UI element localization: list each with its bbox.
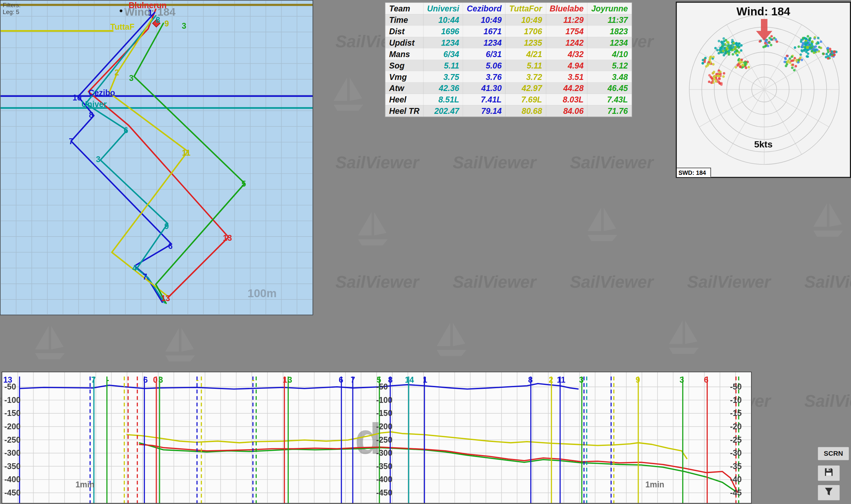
start-dot [120, 10, 122, 12]
polar-plot [677, 3, 850, 177]
event-number: 3 [288, 375, 292, 384]
boat-name-label: TuttaF [110, 22, 135, 31]
table-cell: 5.11 [423, 60, 463, 71]
table-cell: 5.06 [463, 60, 506, 71]
event-number: 3 [159, 375, 163, 384]
table-header-team: Team [385, 3, 423, 14]
table-cell: 4/32 [546, 48, 587, 60]
table-cell: 46.45 [587, 83, 632, 94]
table-cell: 3.76 [463, 71, 506, 83]
swd-readout: SWD: 184 [677, 168, 711, 177]
table-cell: 4.94 [546, 60, 587, 71]
table-cell: 5.12 [587, 60, 632, 71]
watermark-sailboat-icon [667, 319, 701, 362]
filter-button[interactable] [817, 484, 840, 501]
watermark-text: SailViewer [453, 153, 536, 173]
watermark-sailboat-icon [811, 202, 846, 245]
y-axis-label: -50 [376, 382, 388, 391]
event-number: 6 [704, 375, 708, 384]
table-row: Mans6/346/314/214/324/10 [385, 48, 632, 60]
watermark-text: SailViewer [335, 272, 419, 292]
table-cell: 1234 [423, 37, 463, 48]
table-header-joyrunne: Joyrunne [587, 3, 632, 14]
maneuver-number: 4 [132, 263, 137, 272]
maneuver-number: 3 [96, 155, 101, 164]
event-number: 7 [91, 375, 95, 384]
table-cell: 202.47 [423, 105, 463, 117]
event-number: 8 [388, 375, 392, 384]
leg-label: Leg: 5 [3, 9, 21, 16]
boat-track-bluelabe [88, 9, 228, 298]
event-number: - [106, 375, 109, 384]
save-button[interactable] [817, 465, 840, 481]
event-number: - [196, 375, 198, 384]
table-cell: 3.51 [546, 71, 587, 83]
table-cell: 42.36 [423, 83, 463, 94]
y-axis-label: -35 [730, 462, 742, 471]
y-axis-label: -450 [376, 488, 392, 497]
series-tuttafor [127, 432, 687, 459]
table-cell: 1234 [587, 37, 632, 48]
maneuver-number: 5 [242, 179, 246, 188]
table-cell: 41.30 [463, 83, 506, 94]
maneuver-number: 11 [182, 148, 190, 157]
y-axis-label: -350 [376, 462, 392, 471]
event-number: 3 [579, 375, 584, 384]
table-cell: 44.28 [546, 83, 587, 94]
event-number: 0 [153, 375, 158, 384]
filters-label: Filters: [3, 2, 21, 9]
y-axis-label: -300 [376, 448, 392, 457]
boat-name-label: Blulnerun [128, 1, 166, 10]
table-row-label: Time [385, 14, 423, 25]
y-axis-label: -250 [376, 435, 392, 444]
timeline-chart-panel[interactable]: d137-603--13675814182113936-50-100-150-2… [2, 372, 752, 503]
timeline-canvas[interactable]: d137-603--13675814182113936-50-100-150-2… [2, 372, 751, 503]
maneuver-number: 13 [161, 293, 170, 303]
watermark-text: SailViewer [570, 272, 653, 292]
watermark-sailboat-icon [355, 211, 390, 254]
team-stats-table: TeamUniversiCezibordTuttaForBluelabeJoyr… [385, 3, 632, 116]
table-cell: 84.06 [546, 105, 587, 117]
y-axis-label: -150 [4, 409, 21, 417]
table-cell: 79.14 [463, 105, 506, 117]
table-header-bluelabe: Bluelabe [546, 3, 587, 14]
event-number: 3 [679, 375, 684, 384]
boat-track-joyrunne [134, 23, 245, 303]
y-axis-label: -40 [730, 475, 742, 484]
wind-polar-panel: Wind: 184 5kts SWD: 184 [676, 2, 851, 178]
table-cell: 11:29 [546, 14, 587, 25]
minute-scale-label: 1min [645, 480, 664, 489]
boat-name-label: Cezibo [88, 88, 115, 97]
table-header-row: TeamUniversiCezibordTuttaForBluelabeJoyr… [385, 3, 632, 14]
table-row: Heel TR202.4779.1480.6884.0671.76 [385, 105, 632, 117]
event-number: 2 [549, 375, 553, 384]
y-axis-label: -200 [4, 422, 21, 431]
table-row: Sog5.115.065.114.945.12 [385, 60, 632, 71]
map-scale-label: 100m [247, 287, 277, 300]
maneuver-number: 9 [164, 221, 169, 231]
minute-scale-label: 1min [75, 480, 94, 489]
maneuver-number: 9 [164, 19, 169, 29]
y-axis-label: -10 [730, 395, 742, 404]
wind-heading: Wind: 184 [677, 5, 850, 18]
table-row: Time10:4410:4910:4911:2911:37 [385, 14, 632, 25]
table-row-label: Heel [385, 94, 423, 105]
table-cell: 11:37 [587, 14, 632, 25]
table-row-label: Heel TR [385, 105, 423, 117]
maneuver-number: 13 [223, 234, 232, 243]
map-canvas[interactable]: 18932310876311596134713BlulnerunTuttaFCe… [1, 1, 313, 315]
table-cell: 1696 [423, 25, 463, 37]
event-number: 1 [423, 375, 427, 384]
maneuver-number: 3 [129, 73, 134, 83]
table-cell: 8.03L [546, 94, 587, 105]
watermark-sailboat-icon [331, 76, 366, 120]
table-cell: 4/21 [506, 48, 546, 60]
screenshot-button[interactable]: SCRN [817, 447, 849, 461]
race-map-panel[interactable]: Wind: 184 18932310876311596134713Blulner… [0, 0, 313, 315]
maneuver-number: 6 [124, 126, 128, 135]
y-axis-label: -30 [730, 448, 742, 457]
table-cell: 3.48 [587, 71, 632, 83]
maneuver-number: 8 [156, 15, 160, 24]
y-axis-label: -15 [730, 409, 742, 417]
table-cell: 10:44 [423, 14, 463, 25]
